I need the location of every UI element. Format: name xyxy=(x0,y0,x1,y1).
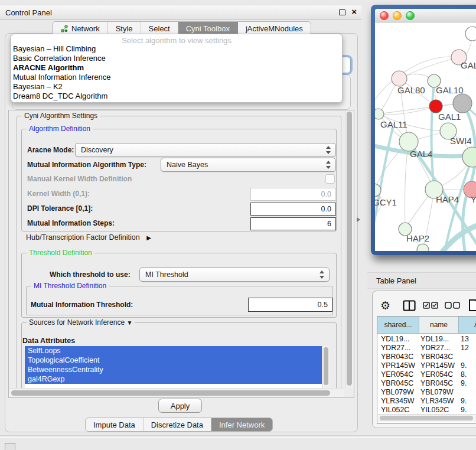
split-pane-icon[interactable] xyxy=(403,300,416,311)
table-horizontal-scrollbar[interactable] xyxy=(378,414,476,422)
node-gal11[interactable] xyxy=(375,109,384,119)
tab-infer-network[interactable]: Infer Network xyxy=(211,418,272,431)
node-label: SWI4 xyxy=(450,136,472,146)
dpi-tolerance-label: DPI Tolerance [0,1]: xyxy=(27,204,93,213)
column-header-shared-name[interactable]: shared... xyxy=(377,317,419,334)
node-label: GAL10 xyxy=(436,85,464,95)
network-window: GAL80 GAL10 GAL1 GAL11 SWI4 GAL4 GCY1 HA… xyxy=(375,9,476,251)
node-labels: GAL80 GAL10 GAL1 GAL11 SWI4 GAL4 GCY1 HA… xyxy=(375,60,476,243)
mi-algorithm-type-combobox[interactable]: Naive Bayes xyxy=(161,158,336,172)
mac-zoom-button[interactable] xyxy=(406,11,415,20)
select-all-columns-icon[interactable] xyxy=(423,302,439,309)
table-panel-title: Table Panel xyxy=(376,276,416,285)
triangle-right-icon: ▶ xyxy=(146,234,151,241)
tab-label: Network xyxy=(71,24,100,33)
chevron-updown-icon xyxy=(319,270,324,279)
partial-widget xyxy=(5,443,15,450)
table-row[interactable]: YBR045CYBR045C9. xyxy=(377,379,476,387)
network-window-titlebar[interactable] xyxy=(375,9,476,22)
list-scrollbar[interactable] xyxy=(322,346,330,388)
table-row[interactable]: YER054CYER054C8. xyxy=(377,370,476,379)
kernel-width-input[interactable]: 0.0 xyxy=(250,188,336,201)
algorithm-option[interactable]: Bayesian – Hill Climbing xyxy=(13,44,96,54)
manual-kernel-width-checkbox[interactable] xyxy=(325,174,335,184)
node-gal80[interactable] xyxy=(392,71,407,86)
node-label: GAL4 xyxy=(410,149,432,159)
dpi-tolerance-input[interactable]: 0.0 xyxy=(250,203,336,216)
node-label: GAL xyxy=(461,60,476,70)
mi-threshold-input[interactable]: 0.5 xyxy=(248,298,332,312)
table-row[interactable]: YPR145WYPR145W9. xyxy=(377,361,476,370)
tab-discretize-data[interactable]: Discretize Data xyxy=(144,418,211,431)
triangle-down-icon[interactable]: ▼ xyxy=(126,319,132,326)
tab-cyni-toolbox[interactable]: Cyni Toolbox xyxy=(178,22,238,35)
node-gray[interactable] xyxy=(453,94,472,113)
node[interactable] xyxy=(465,27,476,41)
group-title: MI Threshold Definition xyxy=(31,282,109,290)
mac-minimize-button[interactable] xyxy=(393,11,402,20)
group-title: Threshold Definition xyxy=(27,249,94,257)
settings-horizontal-scrollbar[interactable] xyxy=(9,389,344,397)
settings-content: Cyni Algorithm Settings Algorithm Defini… xyxy=(9,110,344,388)
node-label: HAP2 xyxy=(406,233,429,243)
kernel-width-label: Kernel Width (0,1): xyxy=(27,190,90,198)
table-row[interactable]: YDR27...YDR27...12 xyxy=(377,343,476,352)
tab-impute-data[interactable]: Impute Data xyxy=(86,418,144,431)
node-label: HAP4 xyxy=(436,194,459,204)
settings-vertical-scrollbar[interactable] xyxy=(345,110,353,388)
table-row[interactable]: YIL052CYIL052C9. xyxy=(377,405,476,413)
node-selected-red[interactable] xyxy=(429,100,442,113)
data-attributes-label: Data Attributes xyxy=(22,337,75,345)
algorithm-dropdown: Select algorithm to view settings Bayesi… xyxy=(11,34,343,103)
node-swi4[interactable] xyxy=(462,147,476,167)
group-title: Cyni Algorithm Settings xyxy=(22,112,100,120)
apply-button[interactable]: Apply xyxy=(158,399,202,413)
table-row[interactable]: YBR043CYBR043C xyxy=(377,352,476,361)
which-threshold-combobox[interactable]: MI Threshold xyxy=(139,268,330,282)
algorithm-option-highlighted[interactable]: ARACNE Algorithm xyxy=(13,63,84,73)
network-canvas[interactable]: GAL80 GAL10 GAL1 GAL11 SWI4 GAL4 GCY1 HA… xyxy=(375,22,476,251)
group-title: Sources for Network Inference ▼ xyxy=(27,318,135,327)
float-window-icon[interactable] xyxy=(339,9,345,15)
chevron-updown-icon xyxy=(326,161,331,169)
list-item[interactable]: SelfLoops xyxy=(25,346,322,356)
page-icon[interactable] xyxy=(468,299,476,312)
network-icon xyxy=(60,25,68,32)
mi-threshold-label: Mutual Information Threshold: xyxy=(31,301,133,309)
table-row[interactable]: YLR345WYLR345W9. xyxy=(377,396,476,405)
tab-jactivemnodules[interactable]: jActiveMNodules xyxy=(238,22,311,35)
table-row[interactable]: YBL079WYBL079W xyxy=(377,387,476,396)
mac-close-button[interactable] xyxy=(380,11,389,20)
tab-select[interactable]: Select xyxy=(141,22,178,35)
data-attributes-list: SelfLoops TopologicalCoefficient Between… xyxy=(25,346,330,388)
panel-splitter-icon[interactable] xyxy=(357,217,360,222)
tab-style[interactable]: Style xyxy=(108,22,141,35)
deselect-all-columns-icon[interactable] xyxy=(445,302,461,309)
list-item[interactable]: gal4RGexp xyxy=(25,374,322,384)
column-header-name[interactable]: name xyxy=(419,317,459,334)
cyni-bottom-tabstrip: Impute Data Discretize Data Infer Networ… xyxy=(85,418,273,432)
algorithm-option[interactable]: Bayesian – K2 xyxy=(13,82,63,92)
list-item[interactable]: BetweennessCentrality xyxy=(25,365,322,374)
algorithm-option[interactable]: Basic Correlation Inference xyxy=(13,54,106,63)
gear-icon[interactable]: ⚙ xyxy=(380,299,390,312)
aracne-mode-combobox[interactable]: Discovery xyxy=(75,143,336,157)
node-label: Y xyxy=(471,194,476,204)
screen: Control Panel × Network Style Select Cyn… xyxy=(0,0,476,450)
node-label: GCY1 xyxy=(375,197,397,207)
mi-steps-input[interactable]: 6 xyxy=(250,217,336,230)
tab-network[interactable]: Network xyxy=(53,22,108,35)
mi-steps-label: Mutual Information Steps: xyxy=(27,219,115,227)
manual-kernel-width-label: Manual Kernel Width Definition xyxy=(27,175,132,183)
algorithm-option[interactable]: Dream8 DC_TDC Algorithm xyxy=(13,92,107,101)
hub-definition-expander[interactable]: Hub/Transcription Factor Definition ▶ xyxy=(26,233,151,242)
algorithm-option[interactable]: Mutual Information Inference xyxy=(13,73,110,82)
close-icon[interactable]: × xyxy=(351,6,357,17)
column-header-partial[interactable]: A xyxy=(459,317,476,334)
list-item[interactable]: TopologicalCoefficient xyxy=(25,356,322,365)
table-row[interactable]: YDL19...YDL19...13 xyxy=(377,334,476,343)
node-label: GAL1 xyxy=(438,112,461,122)
control-panel-title: Control Panel xyxy=(5,8,52,17)
table-panel-titlebar: Table Panel xyxy=(367,272,476,289)
aracne-mode-label: Aracne Mode: xyxy=(27,146,74,154)
